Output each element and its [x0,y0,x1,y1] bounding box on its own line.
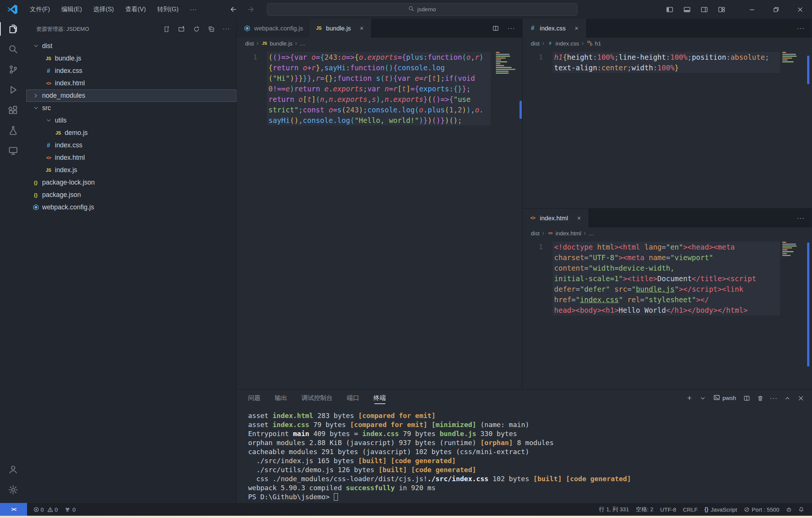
menu-item-0[interactable]: 文件(F) [24,3,56,16]
tab-index-html[interactable]: <> index.html ✕ [523,209,589,227]
remote-explorer-icon[interactable] [0,141,26,161]
status-item[interactable]: {}JavaScript [701,506,741,513]
close-tab-icon[interactable]: ✕ [358,24,366,32]
tab-index-css[interactable]: # index.css ✕ [523,19,586,38]
tree-item-bundle.js[interactable]: JSbundle.js [26,52,236,65]
menu-item-3[interactable]: 查看(V) [120,3,151,16]
terminal-dropdown-icon[interactable] [697,392,709,404]
status-item[interactable]: 空格: 2 [632,506,657,513]
panel-tab-端口[interactable]: 端口 [347,389,359,407]
toggle-secondary-sidebar-icon[interactable] [695,0,713,19]
breadcrumb-item[interactable]: <>index.html [547,230,581,236]
close-button[interactable] [788,0,812,19]
tree-item-demo.js[interactable]: JSdemo.js [26,127,236,139]
scrollbar[interactable] [807,56,809,84]
split-editor-icon[interactable] [489,22,502,34]
editor-more-actions-icon[interactable]: ··· [794,212,807,224]
breadcrumb-item[interactable]: … [300,40,305,47]
tree-item-utils[interactable]: utils [26,114,236,127]
minimap[interactable] [496,52,519,74]
customize-layout-icon[interactable] [713,0,730,19]
kill-terminal-icon[interactable] [754,392,766,404]
minimap[interactable] [782,242,806,256]
settings-icon[interactable] [0,480,26,500]
menu-item-4[interactable]: 转到(G) [151,3,184,16]
terminal-content[interactable]: asset index.html 283 bytes [compared for… [237,407,812,503]
close-tab-icon[interactable]: ✕ [573,24,581,32]
tree-item-package-lock.json[interactable]: {}package-lock.json [26,176,236,189]
panel-more-actions-icon[interactable]: ··· [768,392,780,404]
menu-item-2[interactable]: 选择(S) [88,3,120,16]
code-index-css[interactable]: 1h1{height:100%;line-height:100%;positio… [523,52,812,73]
breadcrumb-item[interactable]: dist [531,230,539,236]
tab-webpack-config-js[interactable]: webpack.config.js [237,19,309,38]
explorer-icon[interactable] [0,19,26,39]
account-icon[interactable] [0,459,26,480]
problems-status[interactable]: 0 0 [30,503,61,516]
status-item[interactable] [783,507,795,512]
status-item[interactable]: 行 1, 列 331 [595,506,632,513]
tree-item-node_modules[interactable]: node_modules [26,89,236,102]
breadcrumb-item[interactable]: #index.css [547,40,579,47]
split-terminal-icon[interactable] [741,392,753,404]
panel: 问题输出调试控制台端口终端 + pwsh ··· [237,389,812,503]
back-button[interactable] [227,3,239,15]
breadcrumb-item[interactable]: … [588,230,594,236]
chevron-icon [31,105,41,111]
tree-item-index.html[interactable]: <>index.html [26,151,236,164]
restore-button[interactable] [764,0,788,19]
run-debug-icon[interactable] [0,80,26,100]
new-folder-icon[interactable] [175,23,188,35]
breadcrumb-item[interactable]: h1 [586,40,601,47]
code-bundle-js[interactable]: 1(()=>{var o={243:o=>{o.exports={plus:fu… [237,52,522,126]
panel-tab-终端[interactable]: 终端 [374,389,386,407]
editor-more-actions-icon[interactable]: ··· [505,22,518,34]
scrollbar[interactable] [807,242,809,367]
close-panel-icon[interactable] [795,392,807,404]
minimize-button[interactable] [740,0,764,19]
new-terminal-icon[interactable]: + [683,392,695,404]
new-file-icon[interactable] [160,23,173,35]
source-control-icon[interactable] [0,59,26,80]
terminal-instance-pwsh[interactable]: pwsh [710,394,739,402]
refresh-icon[interactable] [190,23,203,35]
tree-item-package.json[interactable]: {}package.json [26,189,236,201]
tree-item-webpack.config.js[interactable]: webpack.config.js [26,201,236,214]
more-icon[interactable]: ··· [220,23,233,35]
maximize-panel-icon[interactable] [781,392,793,404]
scrollbar[interactable] [520,101,522,119]
extensions-icon[interactable] [0,100,26,120]
forward-button[interactable] [245,3,257,15]
tab-bundle-js[interactable]: JS bundle.js ✕ [309,19,371,38]
code-index-html[interactable]: 1<!doctype html><html lang="en"><head><m… [523,242,812,315]
tree-item-index.css[interactable]: #index.css [26,65,236,77]
ports-status[interactable]: 0 [61,503,79,516]
status-item[interactable]: UTF-8 [657,506,680,513]
tree-item-index.html[interactable]: <>index.html [26,77,236,89]
editor-more-actions-icon[interactable]: ··· [794,22,807,34]
toggle-panel-icon[interactable] [678,0,695,19]
command-center-search[interactable]: jsdemo [267,3,577,16]
close-tab-icon[interactable]: ✕ [575,214,583,222]
breadcrumb-item[interactable]: JSbundle.js [261,40,292,47]
breadcrumb-item[interactable]: dist [245,40,254,47]
search-icon[interactable] [0,39,26,59]
tree-item-dist[interactable]: dist [26,40,236,52]
status-item[interactable]: Port : 5500 [741,506,783,513]
panel-tab-调试控制台[interactable]: 调试控制台 [301,389,333,407]
breadcrumb-item[interactable]: dist [531,40,539,47]
status-item[interactable]: CRLF [680,506,701,513]
tree-item-index.css[interactable]: #index.css [26,139,236,151]
toggle-sidebar-icon[interactable] [661,0,678,19]
panel-tab-问题[interactable]: 问题 [248,389,261,407]
status-item[interactable] [795,507,807,512]
collapse-icon[interactable] [205,23,218,35]
menu-more[interactable]: ··· [184,4,203,15]
panel-tab-输出[interactable]: 输出 [275,389,287,407]
menu-item-1[interactable]: 编辑(E) [56,3,88,16]
remote-indicator[interactable]: >< [0,503,27,516]
tree-item-index.js[interactable]: JSindex.js [26,164,236,176]
tree-item-src[interactable]: src [26,102,236,114]
testing-icon[interactable] [0,120,26,141]
minimap[interactable] [782,52,806,62]
